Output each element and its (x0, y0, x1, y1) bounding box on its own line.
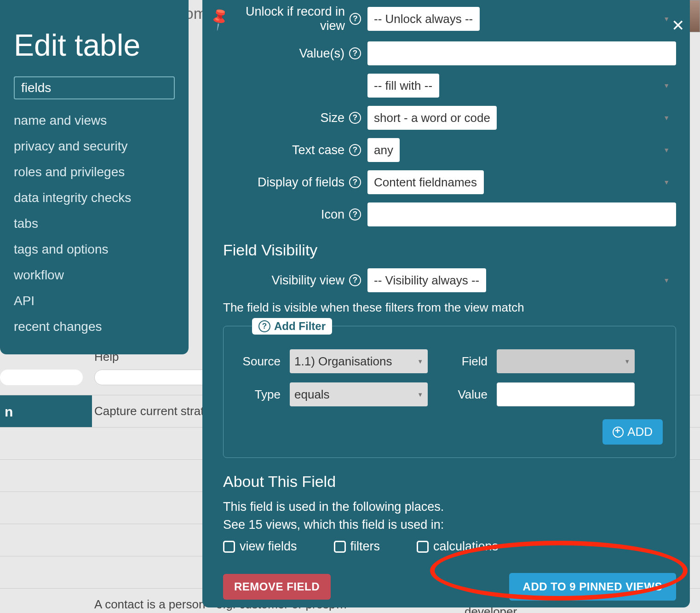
help-icon[interactable]: ? (349, 112, 361, 124)
visibility-view-select[interactable]: -- Visibility always -- (367, 268, 486, 292)
add-to-pinned-views-button[interactable]: ADD TO 9 PINNED VIEWS (509, 573, 676, 601)
add-filter-box: ?Add Filter Source 1.1) Organisations Fi… (223, 326, 676, 458)
filter-field-select[interactable] (497, 349, 635, 373)
help-icon[interactable]: ? (350, 13, 361, 25)
sidebar-search-input[interactable] (14, 76, 175, 99)
textcase-label: Text case? (223, 143, 361, 157)
check-calculations[interactable]: calculations (417, 539, 498, 554)
values-input[interactable] (367, 41, 676, 65)
visibility-desc: The field is visible when these filters … (223, 301, 676, 315)
sidebar-item-changes[interactable]: recent changes (14, 314, 175, 340)
display-label: Display of fields? (223, 175, 361, 190)
checkbox-icon (223, 541, 235, 553)
sidebar-item-integrity[interactable]: data integrity checks (14, 185, 175, 211)
fillwith-select[interactable]: -- fill with -- (367, 74, 439, 98)
filter-field-label: Field (437, 354, 488, 369)
visibility-title: Field Visibility (223, 241, 676, 259)
sidebar-item-privacy[interactable]: privacy and security (14, 133, 175, 159)
help-icon[interactable]: ? (349, 208, 361, 220)
about-line2: See 15 views, which this field is used i… (223, 518, 676, 532)
bg-search-pill (0, 370, 83, 385)
filter-type-select[interactable]: equals (290, 382, 428, 406)
sidebar-item-roles[interactable]: roles and privileges (14, 159, 175, 185)
visibility-view-label: Visibility view? (223, 273, 361, 288)
sidebar-item-name-views[interactable]: name and views (14, 108, 175, 133)
about-line1: This field is used in the following plac… (223, 500, 676, 514)
sidebar-item-tags[interactable]: tags and options (14, 237, 175, 262)
edit-table-sidebar: Edit table name and views privacy and se… (0, 0, 189, 354)
help-icon[interactable]: ? (349, 47, 361, 59)
remove-field-button[interactable]: REMOVE FIELD (223, 574, 331, 600)
help-icon[interactable]: ? (349, 274, 361, 286)
sidebar-title: Edit table (14, 28, 175, 63)
filter-source-select[interactable]: 1.1) Organisations (290, 349, 428, 373)
size-label: Size? (223, 111, 361, 125)
checkbox-icon (417, 541, 429, 553)
sidebar-item-workflow[interactable]: workflow (14, 262, 175, 288)
help-icon[interactable]: ? (349, 144, 361, 156)
filter-legend: ?Add Filter (252, 318, 332, 335)
help-icon[interactable]: ? (349, 176, 361, 188)
check-filters[interactable]: filters (334, 539, 380, 554)
checkbox-icon (334, 541, 346, 553)
values-label: Value(s)? (223, 46, 361, 61)
unlock-label: Unlock if record in view? (223, 5, 361, 33)
add-filter-button[interactable]: ADD (602, 419, 663, 445)
sidebar-item-tabs[interactable]: tabs (14, 211, 175, 237)
about-title: About This Field (223, 473, 676, 491)
sidebar-item-api[interactable]: API (14, 288, 175, 314)
help-icon[interactable]: ? (258, 320, 270, 332)
textcase-select[interactable]: any (367, 138, 400, 162)
unlock-select[interactable]: -- Unlock always -- (367, 7, 480, 31)
about-checks: view fields filters calculations (223, 539, 676, 554)
filter-value-input[interactable] (497, 382, 635, 406)
filter-value-label: Value (437, 387, 488, 402)
filter-type-label: Type (236, 387, 281, 402)
icon-label: Icon? (223, 208, 361, 222)
check-view-fields[interactable]: view fields (223, 539, 297, 554)
display-select[interactable]: Content fieldnames (367, 170, 484, 194)
field-edit-panel: 📌 ✕ Unlock if record in view? -- Unlock … (202, 0, 690, 607)
filter-source-label: Source (236, 354, 281, 369)
icon-input[interactable] (367, 202, 676, 226)
plus-icon (613, 427, 624, 438)
size-select[interactable]: short - a word or code (367, 106, 497, 130)
